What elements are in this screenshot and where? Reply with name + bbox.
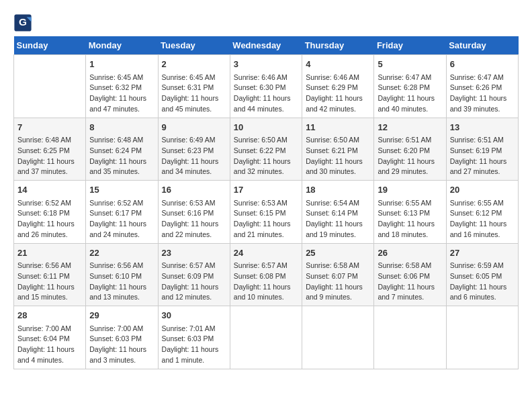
- calendar-cell: [14, 55, 86, 118]
- week-row-1: 1Sunrise: 6:45 AM Sunset: 6:32 PM Daylig…: [14, 55, 519, 118]
- day-number: 15: [89, 183, 154, 197]
- day-number: 16: [162, 183, 226, 197]
- header-day-wednesday: Wednesday: [230, 36, 302, 55]
- calendar-table: SundayMondayTuesdayWednesdayThursdayFrid…: [13, 36, 519, 369]
- calendar-cell: 6Sunrise: 6:47 AM Sunset: 6:26 PM Daylig…: [446, 55, 518, 118]
- cell-info: Sunrise: 6:51 AM Sunset: 6:20 PM Dayligh…: [378, 135, 442, 177]
- calendar-cell: 5Sunrise: 6:47 AM Sunset: 6:28 PM Daylig…: [374, 55, 446, 118]
- day-number: 1: [89, 58, 154, 71]
- calendar-cell: 8Sunrise: 6:48 AM Sunset: 6:24 PM Daylig…: [86, 118, 158, 181]
- cell-info: Sunrise: 6:53 AM Sunset: 6:16 PM Dayligh…: [162, 198, 226, 240]
- calendar-cell: 26Sunrise: 6:58 AM Sunset: 6:06 PM Dayli…: [374, 243, 446, 306]
- calendar-cell: 20Sunrise: 6:55 AM Sunset: 6:12 PM Dayli…: [446, 181, 518, 244]
- cell-info: Sunrise: 6:51 AM Sunset: 6:19 PM Dayligh…: [450, 135, 515, 177]
- day-number: 18: [306, 183, 370, 197]
- day-number: 19: [378, 183, 442, 197]
- header-row: SundayMondayTuesdayWednesdayThursdayFrid…: [14, 36, 519, 55]
- calendar-cell: 15Sunrise: 6:52 AM Sunset: 6:17 PM Dayli…: [86, 181, 158, 244]
- day-number: 29: [89, 309, 154, 322]
- calendar-cell: 22Sunrise: 6:56 AM Sunset: 6:10 PM Dayli…: [86, 243, 158, 306]
- day-number: 20: [450, 183, 515, 197]
- calendar-cell: 10Sunrise: 6:50 AM Sunset: 6:22 PM Dayli…: [230, 118, 302, 181]
- cell-info: Sunrise: 6:59 AM Sunset: 6:05 PM Dayligh…: [450, 261, 515, 303]
- day-number: 9: [162, 121, 226, 134]
- cell-info: Sunrise: 6:58 AM Sunset: 6:07 PM Dayligh…: [306, 261, 370, 303]
- cell-info: Sunrise: 7:01 AM Sunset: 6:03 PM Dayligh…: [162, 324, 226, 366]
- page-header: G: [13, 13, 519, 32]
- calendar-cell: 19Sunrise: 6:55 AM Sunset: 6:13 PM Dayli…: [374, 181, 446, 244]
- calendar-cell: 14Sunrise: 6:52 AM Sunset: 6:18 PM Dayli…: [14, 181, 86, 244]
- calendar-cell: 23Sunrise: 6:57 AM Sunset: 6:09 PM Dayli…: [158, 243, 230, 306]
- calendar-cell: 17Sunrise: 6:53 AM Sunset: 6:15 PM Dayli…: [230, 181, 302, 244]
- cell-info: Sunrise: 6:45 AM Sunset: 6:31 PM Dayligh…: [162, 73, 226, 115]
- day-number: 17: [234, 183, 298, 197]
- day-number: 23: [162, 246, 226, 260]
- cell-info: Sunrise: 7:00 AM Sunset: 6:03 PM Dayligh…: [89, 324, 154, 366]
- day-number: 13: [450, 121, 515, 134]
- cell-info: Sunrise: 6:56 AM Sunset: 6:11 PM Dayligh…: [17, 261, 82, 303]
- cell-info: Sunrise: 6:53 AM Sunset: 6:15 PM Dayligh…: [234, 198, 298, 240]
- header-day-sunday: Sunday: [14, 36, 86, 55]
- week-row-4: 21Sunrise: 6:56 AM Sunset: 6:11 PM Dayli…: [14, 243, 519, 306]
- calendar-cell: 11Sunrise: 6:50 AM Sunset: 6:21 PM Dayli…: [302, 118, 374, 181]
- day-number: 10: [234, 121, 298, 134]
- cell-info: Sunrise: 6:45 AM Sunset: 6:32 PM Dayligh…: [89, 73, 154, 115]
- logo: G: [13, 13, 35, 32]
- week-row-2: 7Sunrise: 6:48 AM Sunset: 6:25 PM Daylig…: [14, 118, 519, 181]
- calendar-cell: [230, 306, 302, 369]
- header-day-monday: Monday: [86, 36, 158, 55]
- header-day-tuesday: Tuesday: [158, 36, 230, 55]
- cell-info: Sunrise: 6:46 AM Sunset: 6:30 PM Dayligh…: [234, 73, 298, 115]
- day-number: 30: [162, 309, 226, 322]
- calendar-cell: 9Sunrise: 6:49 AM Sunset: 6:23 PM Daylig…: [158, 118, 230, 181]
- calendar-cell: 28Sunrise: 7:00 AM Sunset: 6:04 PM Dayli…: [14, 306, 86, 369]
- cell-info: Sunrise: 6:47 AM Sunset: 6:26 PM Dayligh…: [450, 73, 515, 115]
- cell-info: Sunrise: 6:46 AM Sunset: 6:29 PM Dayligh…: [306, 73, 370, 115]
- day-number: 26: [378, 246, 442, 260]
- calendar-cell: 24Sunrise: 6:57 AM Sunset: 6:08 PM Dayli…: [230, 243, 302, 306]
- logo-icon: G: [13, 13, 32, 32]
- cell-info: Sunrise: 6:54 AM Sunset: 6:14 PM Dayligh…: [306, 198, 370, 240]
- day-number: 28: [17, 309, 82, 322]
- day-number: 7: [17, 121, 82, 134]
- calendar-cell: 7Sunrise: 6:48 AM Sunset: 6:25 PM Daylig…: [14, 118, 86, 181]
- cell-info: Sunrise: 6:56 AM Sunset: 6:10 PM Dayligh…: [89, 261, 154, 303]
- day-number: 3: [234, 58, 298, 71]
- calendar-cell: 2Sunrise: 6:45 AM Sunset: 6:31 PM Daylig…: [158, 55, 230, 118]
- calendar-cell: 12Sunrise: 6:51 AM Sunset: 6:20 PM Dayli…: [374, 118, 446, 181]
- calendar-cell: [374, 306, 446, 369]
- calendar-cell: 3Sunrise: 6:46 AM Sunset: 6:30 PM Daylig…: [230, 55, 302, 118]
- calendar-cell: 4Sunrise: 6:46 AM Sunset: 6:29 PM Daylig…: [302, 55, 374, 118]
- cell-info: Sunrise: 6:50 AM Sunset: 6:21 PM Dayligh…: [306, 135, 370, 177]
- cell-info: Sunrise: 6:48 AM Sunset: 6:24 PM Dayligh…: [89, 135, 154, 177]
- calendar-cell: 30Sunrise: 7:01 AM Sunset: 6:03 PM Dayli…: [158, 306, 230, 369]
- cell-info: Sunrise: 6:49 AM Sunset: 6:23 PM Dayligh…: [162, 135, 226, 177]
- cell-info: Sunrise: 7:00 AM Sunset: 6:04 PM Dayligh…: [17, 324, 82, 366]
- day-number: 12: [378, 121, 442, 134]
- calendar-cell: 25Sunrise: 6:58 AM Sunset: 6:07 PM Dayli…: [302, 243, 374, 306]
- day-number: 24: [234, 246, 298, 260]
- day-number: 5: [378, 58, 442, 71]
- cell-info: Sunrise: 6:52 AM Sunset: 6:17 PM Dayligh…: [89, 198, 154, 240]
- day-number: 25: [306, 246, 370, 260]
- day-number: 2: [162, 58, 226, 71]
- cell-info: Sunrise: 6:50 AM Sunset: 6:22 PM Dayligh…: [234, 135, 298, 177]
- calendar-cell: 29Sunrise: 7:00 AM Sunset: 6:03 PM Dayli…: [86, 306, 158, 369]
- cell-info: Sunrise: 6:47 AM Sunset: 6:28 PM Dayligh…: [378, 73, 442, 115]
- calendar-cell: 1Sunrise: 6:45 AM Sunset: 6:32 PM Daylig…: [86, 55, 158, 118]
- calendar-cell: 27Sunrise: 6:59 AM Sunset: 6:05 PM Dayli…: [446, 243, 518, 306]
- cell-info: Sunrise: 6:52 AM Sunset: 6:18 PM Dayligh…: [17, 198, 82, 240]
- day-number: 22: [89, 246, 154, 260]
- cell-info: Sunrise: 6:48 AM Sunset: 6:25 PM Dayligh…: [17, 135, 82, 177]
- calendar-cell: [446, 306, 518, 369]
- day-number: 4: [306, 58, 370, 71]
- day-number: 27: [450, 246, 515, 260]
- cell-info: Sunrise: 6:55 AM Sunset: 6:13 PM Dayligh…: [378, 198, 442, 240]
- cell-info: Sunrise: 6:58 AM Sunset: 6:06 PM Dayligh…: [378, 261, 442, 303]
- header-day-saturday: Saturday: [446, 36, 518, 55]
- calendar-cell: 16Sunrise: 6:53 AM Sunset: 6:16 PM Dayli…: [158, 181, 230, 244]
- day-number: 6: [450, 58, 515, 71]
- calendar-cell: 21Sunrise: 6:56 AM Sunset: 6:11 PM Dayli…: [14, 243, 86, 306]
- week-row-3: 14Sunrise: 6:52 AM Sunset: 6:18 PM Dayli…: [14, 181, 519, 244]
- header-day-thursday: Thursday: [302, 36, 374, 55]
